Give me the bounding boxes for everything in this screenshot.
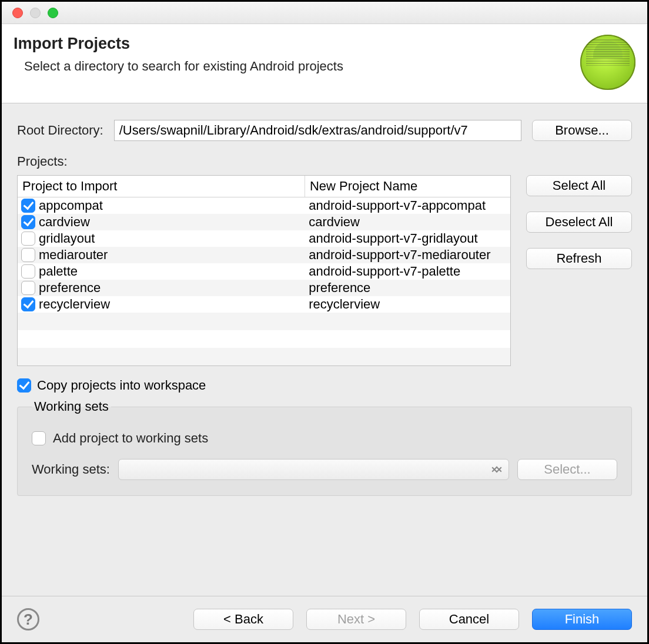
project-import-name: palette [39,264,78,279]
table-row-empty [18,348,510,365]
android-logo-icon [580,35,635,90]
project-new-name: recyclerview [305,296,510,313]
minimize-window-icon [30,8,41,18]
working-sets-group: Working sets Add project to working sets… [17,399,632,496]
table-row[interactable]: preferencepreference [18,280,510,296]
project-checkbox[interactable] [21,248,35,262]
add-to-working-sets-label: Add project to working sets [53,431,208,446]
project-new-name: cardview [305,214,510,230]
project-new-name: android-support-v7-palette [305,263,510,280]
root-directory-label: Root Directory: [17,123,103,138]
copy-projects-checkbox[interactable] [17,378,31,393]
help-icon[interactable]: ? [17,608,39,630]
table-row[interactable]: appcompatandroid-support-v7-appcompat [18,197,510,214]
browse-button[interactable]: Browse... [532,120,632,141]
working-sets-select-button: Select... [517,459,617,480]
project-checkbox[interactable] [21,297,35,311]
project-new-name: android-support-v7-mediarouter [305,247,510,263]
project-import-name: mediarouter [39,247,108,263]
project-import-name: gridlayout [39,231,95,246]
refresh-button[interactable]: Refresh [526,248,632,269]
table-row[interactable]: recyclerviewrecyclerview [18,296,510,313]
page-title: Import Projects [14,35,343,53]
back-button[interactable]: < Back [193,609,293,630]
close-window-icon[interactable] [12,8,23,18]
titlebar [2,2,647,24]
next-button: Next > [306,609,406,630]
add-to-working-sets-checkbox[interactable] [32,431,46,445]
column-project-to-import[interactable]: Project to Import [18,176,305,197]
project-import-name: recyclerview [39,297,110,312]
page-subtitle: Select a directory to search for existin… [14,59,343,74]
table-row[interactable]: mediarouterandroid-support-v7-mediaroute… [18,247,510,263]
select-all-button[interactable]: Select All [526,175,632,196]
project-checkbox[interactable] [21,264,35,279]
working-sets-combo-label: Working sets: [32,462,110,477]
copy-projects-label: Copy projects into workspace [37,378,206,393]
table-row-empty [18,313,510,330]
deselect-all-button[interactable]: Deselect All [526,212,632,233]
root-directory-input[interactable] [114,120,521,141]
projects-label: Projects: [17,154,632,169]
project-checkbox[interactable] [21,215,35,229]
table-row-empty [18,330,510,348]
column-new-project-name[interactable]: New Project Name [305,176,510,197]
cancel-button[interactable]: Cancel [419,609,519,630]
project-import-name: preference [39,280,101,296]
working-sets-legend: Working sets [32,399,111,414]
table-row[interactable]: cardviewcardview [18,214,510,230]
project-new-name: preference [305,280,510,296]
dialog-header: Import Projects Select a directory to se… [2,24,647,103]
project-checkbox[interactable] [21,281,35,295]
finish-button[interactable]: Finish [532,609,632,630]
project-import-name: cardview [39,214,90,230]
maximize-window-icon[interactable] [48,8,58,18]
working-sets-combo[interactable] [118,459,509,480]
project-import-name: appcompat [39,198,103,213]
table-row[interactable]: paletteandroid-support-v7-palette [18,263,510,280]
dialog-footer: ? < Back Next > Cancel Finish [2,596,647,642]
project-new-name: android-support-v7-gridlayout [305,230,510,247]
table-row[interactable]: gridlayoutandroid-support-v7-gridlayout [18,230,510,247]
project-checkbox[interactable] [21,232,35,246]
projects-table[interactable]: Project to Import New Project Name appco… [17,175,511,366]
project-checkbox[interactable] [21,199,35,213]
project-new-name: android-support-v7-appcompat [305,197,510,214]
